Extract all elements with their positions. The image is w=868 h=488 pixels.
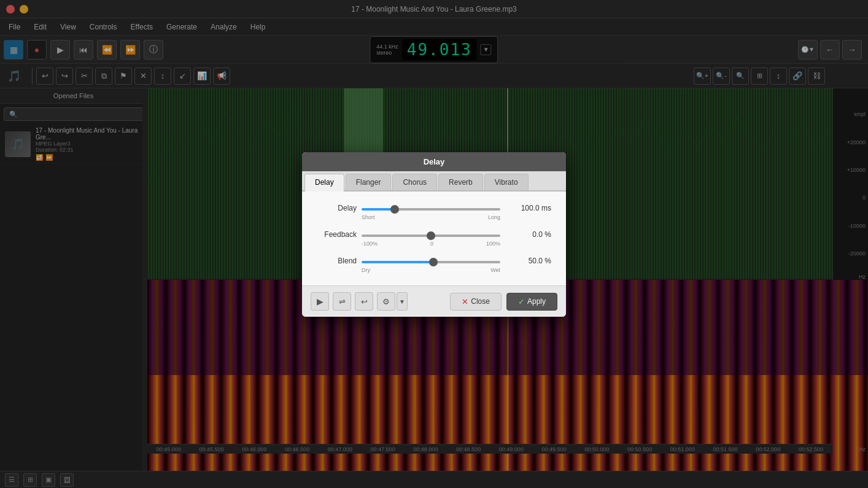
feedback-label: Feedback [317,230,357,239]
blend-label: Blend [317,257,357,265]
feedback-mid-label: 0 [430,241,433,247]
delay-scale: Short Long [317,214,551,220]
delay-label: Delay [317,204,357,212]
blend-max-label: Wet [490,267,500,273]
footer-back-button[interactable]: ↩ [355,292,373,311]
dialog-content: Delay 100.0 ms Short Long Feedback [302,192,566,285]
delay-param-row: Delay 100.0 ms Short Long [317,204,551,220]
apply-button-label: Apply [527,297,546,306]
blend-slider-wrap [362,257,500,265]
dialog-titlebar: Delay [302,152,566,171]
footer-loop-button[interactable]: ⇌ [333,292,351,311]
delay-dialog: Delay Delay Flanger Chorus Reverb Vibrat… [302,152,566,317]
delay-slider[interactable] [362,208,500,211]
footer-settings-group: ⚙ ▼ [377,292,408,311]
feedback-min-label: -100% [362,241,378,247]
footer-play-button[interactable]: ▶ [311,292,329,311]
blend-value: 50.0 % [505,257,551,265]
blend-param-main: Blend 50.0 % [317,257,551,265]
dialog-tabs: Delay Flanger Chorus Reverb Vibrato [302,171,566,192]
tab-reverb[interactable]: Reverb [438,174,483,190]
delay-value: 100.0 ms [505,204,551,212]
feedback-param-main: Feedback 0.0 % [317,230,551,239]
delay-slider-wrap [362,204,500,212]
dialog-footer: ▶ ⇌ ↩ ⚙ ▼ ✕ Close ✓ Apply [302,285,566,317]
tab-vibrato[interactable]: Vibrato [484,174,529,190]
footer-action-buttons: ✕ Close ✓ Apply [450,293,557,311]
blend-slider[interactable] [362,261,500,263]
apply-button[interactable]: ✓ Apply [506,293,557,311]
close-button-label: Close [471,297,490,306]
close-dialog-button[interactable]: ✕ Close [450,293,502,311]
blend-scale: Dry Wet [317,267,551,273]
blend-param-row: Blend 50.0 % Dry Wet [317,257,551,273]
feedback-slider-wrap [362,230,500,239]
footer-dropdown-button[interactable]: ▼ [397,292,408,311]
checkmark-icon: ✓ [518,297,525,306]
delay-param-main: Delay 100.0 ms [317,204,551,212]
footer-playback-controls: ▶ ⇌ ↩ ⚙ ▼ [311,292,408,311]
close-icon: ✕ [462,297,468,306]
tab-flanger[interactable]: Flanger [346,174,392,190]
delay-max-label: Long [488,214,500,220]
blend-min-label: Dry [362,267,370,273]
feedback-value: 0.0 % [505,230,551,239]
dialog-title: Delay [424,157,445,166]
feedback-max-label: 100% [486,241,500,247]
tab-delay[interactable]: Delay [304,174,344,192]
delay-min-label: Short [362,214,375,220]
feedback-scale: -100% 0 100% [317,241,551,247]
tab-chorus[interactable]: Chorus [392,174,437,190]
footer-settings-button[interactable]: ⚙ [377,292,395,311]
feedback-param-row: Feedback 0.0 % -100% 0 100% [317,230,551,247]
feedback-slider[interactable] [362,234,500,237]
modal-overlay: Delay Delay Flanger Chorus Reverb Vibrat… [0,0,868,488]
